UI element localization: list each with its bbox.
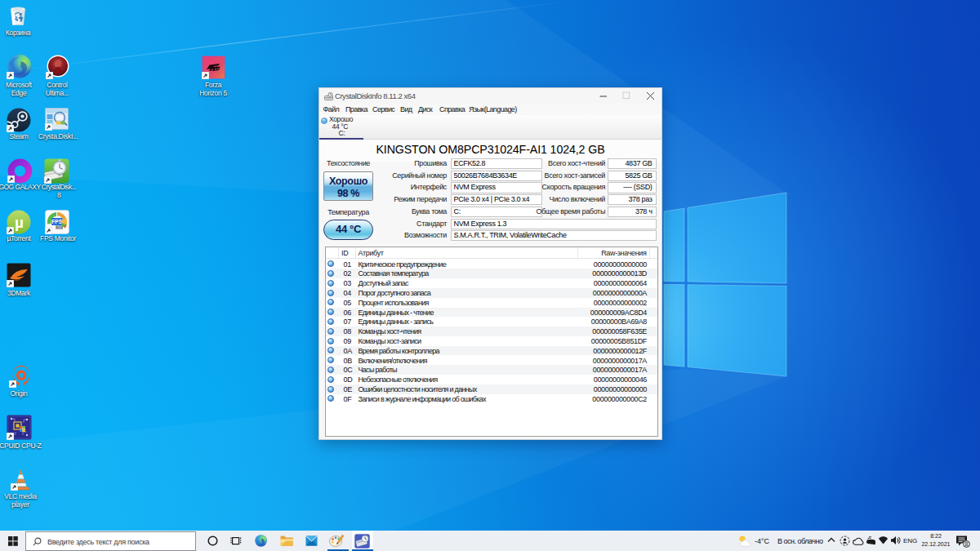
svg-text:8: 8 <box>965 541 969 547</box>
svg-text:µ: µ <box>15 214 24 231</box>
